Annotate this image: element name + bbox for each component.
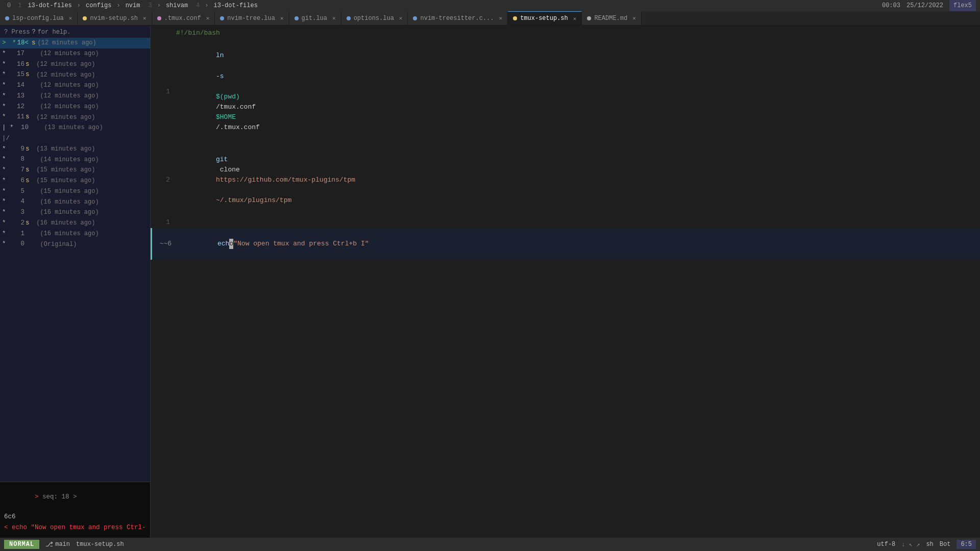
git-row-16[interactable]: * 16 s (12 minutes ago) [0, 59, 150, 70]
tab-dot-conf [157, 16, 161, 20]
code-line-comment: #!/bin/bash [151, 28, 980, 39]
main-content: ? Press ? for help. > * 18< s (12 minute… [0, 26, 980, 538]
diff-header-line: > seq: 18 > [0, 482, 150, 512]
git-log-list[interactable]: ? Press ? for help. > * 18< s (12 minute… [0, 26, 150, 482]
tab-nvim-setup[interactable]: nvim-setup.sh ✕ [78, 11, 152, 25]
git-row-17[interactable]: * 17 (12 minutes ago) [0, 48, 150, 59]
tab-tmux-setup[interactable]: tmux-setup.sh ✕ [508, 11, 582, 25]
date: 25/12/2022 [906, 2, 943, 9]
tab-nvim[interactable]: nvim [122, 1, 143, 10]
git-row-12[interactable]: * 12 (12 minutes ago) [0, 102, 150, 112]
git-row-13[interactable]: * 13 (12 minutes ago) [0, 91, 150, 102]
breadcrumb-arrow-3: › [157, 2, 161, 9]
nav-icons: ↓ ↖ ↗ [901, 541, 920, 548]
tab-nvim-treesitter[interactable]: nvim-treesitter.c... ✕ [408, 11, 508, 25]
status-bar: NORMAL ⎇ main tmux-setup.sh utf-8 ↓ ↖ ↗ … [0, 538, 980, 551]
git-row-6[interactable]: * 6 s (15 minutes ago) [0, 176, 150, 186]
git-row-15[interactable]: * 15 s (12 minutes ago) [0, 69, 150, 80]
tab-shivam[interactable]: shivam [163, 1, 191, 10]
diff-separator: --- [0, 533, 150, 538]
tab-close[interactable]: ✕ [632, 15, 636, 21]
tab-label: lsp-config.lua [12, 15, 64, 22]
git-row-5[interactable]: * 5 (15 minutes ago) [0, 186, 150, 197]
tab-close[interactable]: ✕ [280, 15, 284, 21]
diff-sha: 6c6 [0, 512, 150, 522]
tab-dot-lua [220, 16, 224, 20]
tab-git-lua[interactable]: git.lua ✕ [289, 11, 341, 25]
status-branch: ⎇ main [45, 540, 70, 548]
branch-indicator: flex5 [949, 0, 976, 11]
tab-nvim-tree[interactable]: nvim-tree.lua ✕ [215, 11, 289, 25]
git-row-7[interactable]: * 7 s (15 minutes ago) [0, 165, 150, 176]
tab-dot-md [587, 16, 591, 20]
tab-label: tmux-setup.sh [520, 15, 568, 22]
breadcrumb-arrow-4: › [205, 2, 208, 9]
git-row-1[interactable]: * 1 (16 minutes ago) [0, 229, 150, 239]
tab-dot-lua [295, 16, 299, 20]
git-row-11[interactable]: * 11 s (12 minutes ago) [0, 112, 150, 122]
tab-close[interactable]: ✕ [399, 15, 403, 21]
tab-close[interactable]: ✕ [573, 15, 577, 22]
git-row-3[interactable]: * 3 (16 minutes ago) [0, 207, 150, 218]
editor-panel: #!/bin/bash 1 ln -s $(pwd) /tmux.conf $H… [151, 26, 980, 538]
tab-label: git.lua [302, 15, 327, 22]
tab-label: nvim-setup.sh [90, 15, 138, 22]
tab-tmux-conf[interactable]: .tmux.conf ✕ [152, 11, 215, 25]
code-line-6: ~~6 echo"Now open tmux and press Ctrl+b … [151, 228, 980, 260]
status-right: utf-8 ↓ ↖ ↗ sh Bot 6:5 [877, 540, 976, 549]
git-row-4[interactable]: * 4 (16 minutes ago) [0, 196, 150, 207]
git-row-9[interactable]: * 9 s (13 minutes ago) [0, 144, 150, 155]
tab-i3-dot-files[interactable]: i3-dot-files [24, 1, 75, 10]
git-row-10[interactable]: | * 10 (13 minutes ago) [0, 122, 150, 133]
top-bar-left: 0 1 i3-dot-files › configs › nvim 3 › sh… [4, 1, 882, 10]
tab-close[interactable]: ✕ [143, 15, 146, 21]
tab-options-lua[interactable]: options.lua ✕ [341, 11, 408, 25]
tab-close[interactable]: ✕ [499, 15, 503, 21]
git-row-14[interactable]: * 14 (12 minutes ago) [0, 80, 150, 91]
tab-label: nvim-treesitter.c... [420, 15, 494, 22]
tab-i3-dot-files-2[interactable]: i3-dot-files [211, 1, 261, 10]
filetype: sh [926, 541, 933, 548]
branch-name: main [55, 541, 70, 548]
tab-configs[interactable]: configs [83, 1, 114, 10]
tab-lsp-config[interactable]: lsp-config.lua ✕ [0, 11, 78, 25]
git-log-panel: ? Press ? for help. > * 18< s (12 minute… [0, 26, 151, 538]
tab-dot-lua [347, 16, 351, 20]
tab-close[interactable]: ✕ [69, 15, 72, 21]
git-row-sep: |/ [0, 133, 150, 144]
code-line-1: 1 ln -s $(pwd) /tmux.conf $HOME /.tmux.c… [151, 40, 980, 143]
code-line-2: 2 git clone https://github.com/tmux-plug… [151, 144, 980, 217]
clock: 00:03 [882, 2, 900, 9]
tmux-num: 0 [4, 1, 15, 10]
branch-icon: ⎇ [45, 540, 53, 548]
git-row-current[interactable]: > * 18< s (12 minutes ago) [0, 38, 150, 48]
breadcrumb-arrow-2: › [116, 2, 120, 9]
git-row-2[interactable]: * 2 s (16 minutes ago) [0, 218, 150, 229]
status-left: NORMAL ⎇ main tmux-setup.sh [4, 540, 124, 549]
tab-label: README.md [594, 15, 627, 22]
vim-mode: NORMAL [4, 540, 39, 549]
tab-close[interactable]: ✕ [332, 15, 336, 21]
help-hint: ? Press ? for help. [0, 27, 150, 38]
cursor-position: 6:5 [957, 540, 976, 549]
tab-dot-lua [413, 16, 417, 20]
bot-label: Bot [940, 541, 951, 548]
git-row-8[interactable]: * 8 (14 minutes ago) [0, 154, 150, 165]
tab-dot-lua [5, 16, 9, 20]
top-bar-right: 00:03 25/12/2022 flex5 [882, 0, 976, 11]
tab-label: options.lua [354, 15, 394, 22]
tab-readme[interactable]: README.md ✕ [582, 11, 641, 25]
editor-content[interactable]: #!/bin/bash 1 ln -s $(pwd) /tmux.conf $H… [151, 26, 980, 538]
encoding: utf-8 [877, 541, 895, 548]
tab-label: nvim-tree.lua [227, 15, 275, 22]
diff-minus-line: < echo "Now open tmux and press Ctrl- [0, 522, 150, 533]
code-line-empty-2: 1 [151, 217, 980, 228]
tab-close[interactable]: ✕ [206, 15, 210, 21]
tab-dot-sh [83, 16, 87, 20]
diff-panel: > seq: 18 > 6c6 < echo "Now open tmux an… [0, 482, 150, 538]
breadcrumb-arrow-1: › [77, 2, 81, 9]
tab-label: .tmux.conf [164, 15, 201, 22]
tab-bar: lsp-config.lua ✕ nvim-setup.sh ✕ .tmux.c… [0, 11, 980, 26]
tab-dot-sh [513, 16, 517, 20]
git-row-0[interactable]: * 0 (Original) [0, 239, 150, 249]
